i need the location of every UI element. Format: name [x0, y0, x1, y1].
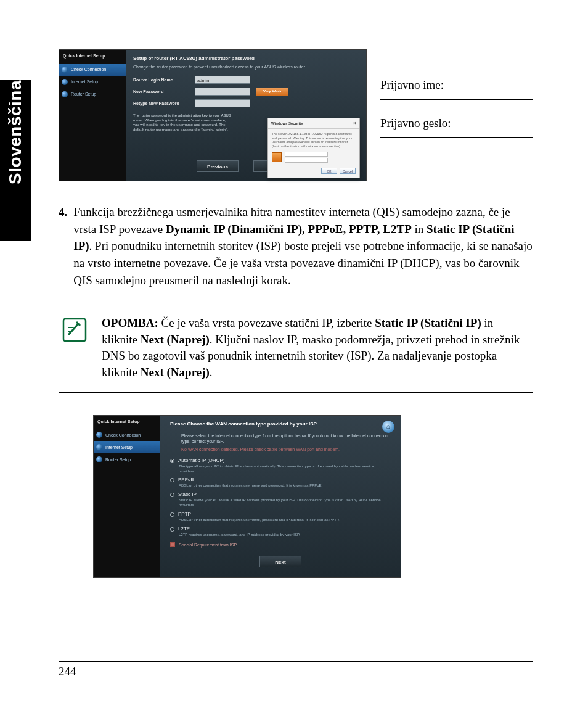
qis-sidebar-title: Quick Internet Setup — [94, 416, 160, 429]
radio-icon — [170, 459, 174, 463]
input-new-password[interactable] — [195, 88, 250, 96]
qis-sidebar-title: Quick Internet Setup — [59, 50, 126, 64]
next-button[interactable]: Next — [259, 556, 301, 567]
close-icon[interactable]: × — [353, 121, 356, 126]
checkbox-special-requirement[interactable]: Special Requirement from ISP — [170, 542, 391, 547]
wan-warning: No WAN connection detected. Please check… — [170, 446, 391, 452]
step-bullet-icon — [62, 79, 68, 85]
sidebar-item-check-connection[interactable]: Check Connection — [59, 64, 126, 76]
popup-password-input[interactable] — [285, 158, 328, 163]
desc-pptp: ADSL or other connection that requires u… — [179, 518, 391, 523]
step-bullet-icon — [62, 91, 68, 97]
note-text: OPOMBA: Če je vaša vrsta povezave statič… — [102, 315, 532, 380]
radio-pppoe[interactable]: PPPoE — [170, 477, 391, 482]
auth-popup: Windows Security× The server 192.168.1.1… — [267, 118, 360, 178]
credentials-icon — [272, 152, 282, 162]
sidebar-item-internet-setup[interactable]: Internet Setup — [59, 76, 126, 88]
input-router-login-name[interactable]: admin — [195, 76, 250, 84]
home-icon[interactable]: ⌂ — [382, 421, 394, 433]
login-name-label: Prijavno ime: — [380, 78, 533, 93]
popup-cancel-button[interactable]: Cancel — [340, 168, 356, 174]
desc-pppoe: ADSL or other connection that requires u… — [179, 483, 391, 488]
step-number: 4. — [59, 204, 67, 289]
login-name-blank — [380, 99, 533, 100]
step-bullet-icon — [96, 432, 102, 438]
sidebar-item-router-setup[interactable]: Router Setup — [94, 453, 160, 466]
password-note: The router password is the administratio… — [133, 113, 232, 132]
radio-dhcp[interactable]: Automatic IP (DHCP) — [170, 458, 391, 463]
sidebar-item-internet-setup[interactable]: Internet Setup — [94, 441, 160, 453]
radio-pptp[interactable]: PPTP — [170, 512, 391, 517]
desc-dhcp: The type allows your PC to obtain IP add… — [179, 464, 391, 474]
label-router-login-name: Router Login Name — [133, 78, 189, 82]
login-pass-blank — [380, 137, 533, 138]
popup-message: The server 192.168.1.1 at RT-AC68U requi… — [272, 132, 356, 148]
login-pass-label: Prijavno geslo: — [380, 116, 533, 131]
popup-ok-button[interactable]: OK — [321, 168, 337, 174]
note-icon — [60, 315, 89, 380]
page-number: 244 — [59, 661, 533, 677]
panel-title: Please Choose the WAN connection type pr… — [170, 422, 391, 427]
radio-icon — [170, 478, 174, 482]
radio-icon — [170, 512, 174, 517]
step-4: 4. Funkcija brezžičnega usmerjevalnika h… — [59, 204, 533, 289]
label-retype-password: Retype New Password — [133, 101, 189, 105]
radio-icon — [170, 527, 174, 532]
desc-l2tp: L2TP requires username, password, and IP… — [179, 533, 391, 538]
password-strength-badge: Very Weak — [256, 88, 288, 96]
sidebar-item-router-setup[interactable]: Router Setup — [59, 88, 126, 101]
svg-rect-0 — [63, 319, 86, 341]
input-retype-password[interactable] — [195, 99, 250, 107]
step-bullet-icon — [62, 67, 68, 73]
checkbox-icon — [170, 542, 175, 547]
desc-static-ip: Static IP allows your PC to use a fixed … — [179, 498, 391, 508]
radio-icon — [170, 493, 174, 497]
step-body: Funkcija brezžičnega usmerjevalnika hitr… — [73, 204, 533, 289]
panel-intro: Please select the Internet connection ty… — [170, 433, 391, 444]
language-tab: Slovenščina — [0, 80, 31, 240]
previous-button[interactable]: Previous — [197, 160, 239, 172]
step-bullet-icon — [96, 444, 102, 450]
screenshot-admin-password: Quick Internet Setup Check Connection In… — [59, 49, 367, 181]
sidebar-item-check-connection[interactable]: Check Connection — [94, 429, 160, 441]
popup-username-input[interactable] — [285, 152, 328, 157]
screenshot-wan-type: Quick Internet Setup Check Connection In… — [93, 415, 401, 578]
radio-static-ip[interactable]: Static IP — [170, 492, 391, 497]
step-bullet-icon — [96, 456, 102, 462]
popup-title: Windows Security — [271, 121, 303, 125]
radio-l2tp[interactable]: L2TP — [170, 527, 391, 532]
label-new-password: New Password — [133, 89, 189, 94]
panel-subtitle: Change the router password to prevent un… — [133, 65, 359, 70]
panel-title: Setup of router (RT-AC68U) administrator… — [133, 56, 359, 61]
